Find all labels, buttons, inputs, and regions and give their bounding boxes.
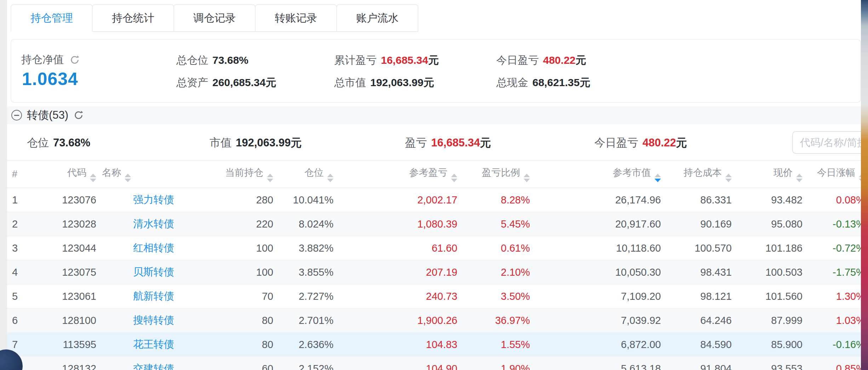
table-row[interactable]: 4123075贝斯转债1003.855%207.192.10%10,050.30…	[7, 260, 868, 284]
total-assets-value: 260,685.34	[212, 77, 265, 88]
sort-caret-cost[interactable]	[725, 174, 732, 182]
cell-rank: 5	[7, 284, 25, 308]
refresh-icon[interactable]	[69, 55, 80, 65]
sort-caret-market_value[interactable]	[655, 174, 661, 182]
tab-rebalance-records[interactable]: 调仓记录	[173, 4, 256, 32]
sort-caret-weight[interactable]	[327, 174, 333, 182]
cell-cost: 64.246	[664, 308, 735, 332]
bond-name-link[interactable]: 强力转债	[133, 194, 174, 205]
column-header-name[interactable]: 名称	[99, 161, 188, 188]
tab-position-statistics[interactable]: 持仓统计	[92, 4, 174, 32]
cell-weight: 3.855%	[276, 260, 336, 284]
cell-rank: 4	[7, 260, 25, 284]
cell-profit: 2,002.17	[336, 188, 460, 212]
bond-name-link[interactable]: 红相转债	[133, 242, 174, 253]
cell-price: 93.482	[735, 188, 805, 212]
table-row[interactable]: 1123076强力转债28010.041%2,002.178.28%26,174…	[7, 188, 868, 212]
bond-name-link[interactable]: 交建转债	[133, 363, 174, 370]
cell-name[interactable]: 强力转债	[99, 188, 188, 212]
cell-position: 70	[188, 284, 276, 308]
cell-position: 80	[188, 308, 276, 332]
cell-cost: 86.331	[664, 188, 735, 212]
bond-name-link[interactable]: 航新转债	[133, 290, 174, 302]
market-value-value: 192,063.99	[236, 136, 291, 149]
cell-market_value: 6,872.00	[533, 332, 664, 357]
cell-name[interactable]: 清水转债	[99, 212, 188, 236]
sort-caret-price[interactable]	[796, 174, 803, 182]
cell-name[interactable]: 红相转债	[99, 236, 188, 260]
cell-name[interactable]: 花王转债	[99, 332, 188, 357]
sort-caret-position[interactable]	[267, 174, 273, 182]
cell-weight: 2.636%	[276, 332, 336, 357]
bond-name-link[interactable]: 贝斯转债	[133, 266, 174, 278]
cell-name[interactable]: 航新转债	[99, 284, 188, 308]
weight-value: 73.68%	[53, 136, 90, 149]
cell-profit: 240.73	[336, 284, 460, 308]
cell-name[interactable]: 贝斯转债	[99, 260, 188, 284]
column-header-cost[interactable]: 持仓成本	[664, 161, 735, 188]
column-header-weight[interactable]: 仓位	[276, 161, 336, 188]
search-input[interactable]	[792, 131, 868, 154]
column-header-price[interactable]: 现价	[735, 161, 805, 188]
cell-profit: 61.60	[336, 236, 460, 260]
cell-weight: 2.152%	[276, 357, 336, 370]
table-row[interactable]: 6128100搜特转债802.701%1,900.2636.97%7,039.9…	[7, 308, 868, 332]
cell-rank: 3	[7, 236, 25, 260]
cell-today_change: 1.30%	[805, 284, 868, 308]
cell-price: 100.503	[735, 260, 805, 284]
sort-caret-profit[interactable]	[451, 174, 457, 182]
table-row[interactable]: 5123061航新转债702.727%240.733.50%7,109.2098…	[7, 284, 868, 308]
cell-code: 123075	[25, 260, 99, 284]
column-header-code[interactable]: 代码	[25, 161, 99, 188]
bond-name-link[interactable]: 搜特转债	[133, 314, 174, 326]
column-header-rank: #	[7, 161, 25, 188]
total-profit-label: 累计盈亏	[334, 54, 377, 66]
cell-today_change: 1.03%	[805, 308, 868, 332]
cell-rank: 6	[7, 308, 25, 332]
cell-weight: 10.041%	[276, 188, 336, 212]
holdings-table: #代码名称当前持仓仓位参考盈亏盈亏比例参考市值持仓成本现价今日涨幅 112307…	[7, 161, 868, 370]
desktop-wallpaper-edge	[861, 0, 868, 370]
cell-weight: 8.024%	[276, 212, 336, 236]
net-value: 1.0634	[22, 69, 78, 89]
table-row[interactable]: 2123028清水转债2208.024%1,080.395.45%20,917.…	[7, 212, 868, 236]
sort-caret-code[interactable]	[90, 174, 96, 182]
total-weight-label: 总仓位	[176, 54, 208, 66]
table-row[interactable]: 3123044红相转债1003.882%61.600.61%10,118.601…	[7, 236, 868, 260]
section-refresh-icon[interactable]	[73, 110, 84, 120]
cell-price: 95.080	[735, 212, 805, 236]
cell-price: 87.999	[735, 308, 805, 332]
bond-name-link[interactable]: 清水转债	[133, 218, 174, 229]
sort-caret-name[interactable]	[125, 174, 131, 182]
column-header-profit[interactable]: 参考盈亏	[336, 161, 460, 188]
cell-code: 128132	[25, 357, 99, 370]
cell-cost: 98.121	[664, 284, 735, 308]
tab-position-management[interactable]: 持仓管理	[11, 4, 93, 32]
cell-today_change: 0.08%	[805, 188, 868, 212]
column-header-profit_ratio[interactable]: 盈亏比例	[460, 161, 533, 188]
table-header-row: #代码名称当前持仓仓位参考盈亏盈亏比例参考市值持仓成本现价今日涨幅	[7, 161, 868, 188]
summary-column-3: 今日盈亏480.22元 总现金68,621.35元	[496, 53, 590, 90]
column-header-position[interactable]: 当前持仓	[188, 161, 276, 188]
cell-cost: 84.590	[664, 332, 735, 357]
tab-account-flows[interactable]: 账户流水	[336, 4, 418, 32]
collapse-icon[interactable]	[11, 110, 22, 120]
cell-profit: 1,900.26	[336, 308, 460, 332]
sort-caret-profit_ratio[interactable]	[524, 174, 530, 182]
cell-profit: 1,080.39	[336, 212, 460, 236]
cell-name[interactable]: 搜特转债	[99, 308, 188, 332]
column-header-market_value[interactable]: 参考市值	[533, 161, 664, 188]
column-header-today_change[interactable]: 今日涨幅	[805, 161, 868, 188]
cell-position: 60	[188, 357, 276, 370]
tab-transfer-records[interactable]: 转账记录	[255, 4, 337, 32]
total-profit-value: 16,685.34	[381, 54, 428, 66]
cell-market_value: 26,174.96	[533, 188, 664, 212]
cell-price: 101.186	[735, 236, 805, 260]
cell-profit_ratio: 36.97%	[460, 308, 533, 332]
cell-name[interactable]: 交建转债	[99, 357, 188, 370]
cell-price: 85.900	[735, 332, 805, 357]
table-row[interactable]: 7113595花王转债802.636%104.831.55%6,872.0084…	[7, 332, 868, 357]
bond-name-link[interactable]: 花王转债	[133, 338, 174, 350]
cell-profit: 104.90	[336, 357, 460, 370]
table-row[interactable]: 8128132交建转债602.152%104.901.90%5,613.1891…	[7, 357, 868, 370]
